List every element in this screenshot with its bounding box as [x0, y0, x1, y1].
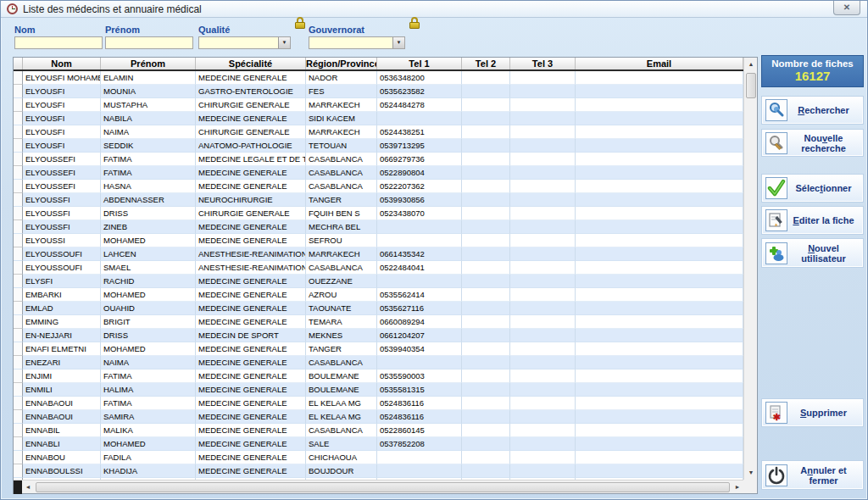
cell[interactable]: [510, 356, 576, 369]
table-row[interactable]: ELYOUSFINABILAMEDECINE GENERALESIDI KACE…: [14, 112, 743, 125]
cell[interactable]: [576, 302, 743, 315]
cell[interactable]: ENNABAOUI: [23, 397, 101, 410]
cell[interactable]: MEDECINE GENERALE: [196, 288, 306, 302]
cell[interactable]: [576, 166, 743, 180]
table-row[interactable]: ELYOUSFI MOHAMEDELAMINMEDECINE GENERALEN…: [14, 71, 743, 85]
vertical-scroll-thumb[interactable]: [746, 73, 756, 98]
table-row[interactable]: ELYOUSSOUFISMAELANESTHESIE-REANIMATIONCA…: [14, 261, 743, 275]
horizontal-scroll-thumb[interactable]: [36, 482, 730, 492]
cell[interactable]: [462, 464, 510, 478]
row-selector[interactable]: [14, 437, 23, 451]
cell[interactable]: [576, 397, 743, 410]
rechercher-button[interactable]: Rechercher: [761, 96, 864, 125]
row-selector[interactable]: [14, 288, 23, 302]
cell[interactable]: MEDECINE GENERALE: [196, 234, 306, 247]
cell[interactable]: [510, 315, 576, 329]
cell[interactable]: [576, 180, 743, 193]
cell[interactable]: GASTRO-ENTEROLOGIE: [196, 85, 306, 98]
cell[interactable]: [576, 424, 743, 437]
row-selector[interactable]: [14, 261, 23, 275]
row-selector[interactable]: [14, 424, 23, 437]
table-row[interactable]: ELYOUSSFIABDENNASSERNEUROCHIRURGIETANGER…: [14, 193, 743, 207]
cell[interactable]: [377, 220, 462, 234]
cell[interactable]: [462, 397, 510, 410]
cell[interactable]: ENMILI: [23, 383, 101, 397]
cell[interactable]: NAIMA: [101, 125, 196, 139]
cell[interactable]: FES: [306, 85, 377, 98]
cell[interactable]: EMLAD: [23, 302, 101, 315]
row-selector[interactable]: [14, 410, 23, 424]
cell[interactable]: 0537852208: [377, 437, 462, 451]
cell[interactable]: [576, 342, 743, 356]
table-row[interactable]: ELYOUSFISEDDIKANATOMO-PATHOLOGIETETOUAN0…: [14, 139, 743, 153]
cell[interactable]: 0535627116: [377, 302, 462, 315]
editer-button[interactable]: Editer la fiche: [761, 206, 864, 235]
cell[interactable]: [510, 139, 576, 153]
cell[interactable]: 0536348200: [377, 71, 462, 85]
cell[interactable]: [510, 234, 576, 247]
cell[interactable]: [462, 451, 510, 464]
row-selector[interactable]: [14, 464, 23, 478]
cell[interactable]: MEDECINE GENERALE: [196, 275, 306, 288]
table-row[interactable]: ELYOUSFIMOUNIAGASTRO-ENTEROLOGIEFES05356…: [14, 85, 743, 98]
cell[interactable]: MARRAKECH: [306, 125, 377, 139]
cell[interactable]: [462, 315, 510, 329]
cell[interactable]: ANESTHESIE-REANIMATION: [196, 261, 306, 275]
cell[interactable]: [510, 464, 576, 478]
cell[interactable]: MEDECIN DE SPORT: [196, 329, 306, 342]
cell[interactable]: TANGER: [306, 193, 377, 207]
cell[interactable]: FATIMA: [101, 369, 196, 383]
cell[interactable]: MEDECINE GENERALE: [196, 315, 306, 329]
cell[interactable]: [462, 356, 510, 369]
cell[interactable]: SMAEL: [101, 261, 196, 275]
cell[interactable]: ENNABIL: [23, 424, 101, 437]
cell[interactable]: NABILA: [101, 112, 196, 125]
cell[interactable]: EL KELAA MG: [306, 397, 377, 410]
column-header[interactable]: Spécialité: [196, 58, 306, 69]
row-selector[interactable]: [14, 451, 23, 464]
cell[interactable]: MUSTAPHA: [101, 98, 196, 112]
cell[interactable]: FATIMA: [101, 153, 196, 166]
cell[interactable]: ENAFI ELMETNI: [23, 342, 101, 356]
cell[interactable]: [510, 369, 576, 383]
cell[interactable]: [462, 220, 510, 234]
cell[interactable]: EN-NEJJARI: [23, 329, 101, 342]
cell[interactable]: ELYOUSFI: [23, 85, 101, 98]
cell[interactable]: [462, 85, 510, 98]
cell[interactable]: MEDECINE GENERALE: [196, 451, 306, 464]
cell[interactable]: FADILA: [101, 451, 196, 464]
cell[interactable]: 0522860145: [377, 424, 462, 437]
cell[interactable]: [576, 139, 743, 153]
cell[interactable]: ZINEB: [101, 220, 196, 234]
row-selector[interactable]: [14, 193, 23, 207]
cell[interactable]: MEDECINE GENERALE: [196, 437, 306, 451]
cell[interactable]: MOHAMED: [101, 437, 196, 451]
cell[interactable]: EMMING: [23, 315, 101, 329]
cell[interactable]: 0524836116: [377, 410, 462, 424]
row-selector[interactable]: [14, 125, 23, 139]
supprimer-button[interactable]: ✱Supprimer: [761, 398, 864, 427]
column-header[interactable]: Tel 2: [462, 58, 510, 69]
cell[interactable]: MEDECINE GENERALE: [196, 383, 306, 397]
cell[interactable]: MEDECINE GENERALE: [196, 302, 306, 315]
cell[interactable]: MEDECINE GENERALE: [196, 410, 306, 424]
cell[interactable]: MARRAKECH: [306, 247, 377, 261]
table-row[interactable]: ELYOUSSEFIFATIMAMEDECINE LEGALE ET DE TR…: [14, 153, 743, 166]
cell[interactable]: CASABLANCA: [306, 356, 377, 369]
cell[interactable]: BRIGIT: [101, 315, 196, 329]
table-row[interactable]: ENNABAOUIFATIMAMEDECINE GENERALEEL KELAA…: [14, 397, 743, 410]
cell[interactable]: [576, 464, 743, 478]
row-selector[interactable]: [14, 397, 23, 410]
row-selector[interactable]: [14, 98, 23, 112]
cell[interactable]: ELYOUSSFI: [23, 193, 101, 207]
cell[interactable]: SEDDIK: [101, 139, 196, 153]
cell[interactable]: ABDENNASSER: [101, 193, 196, 207]
cell[interactable]: 0524484278: [377, 98, 462, 112]
cell[interactable]: [510, 207, 576, 220]
cell[interactable]: [462, 71, 510, 85]
cell[interactable]: EMBARKI: [23, 288, 101, 302]
cell[interactable]: FATIMA: [101, 397, 196, 410]
scroll-up-icon[interactable]: ▲: [744, 58, 758, 71]
cell[interactable]: ELYOUSFI: [23, 125, 101, 139]
cell[interactable]: 0535590003: [377, 369, 462, 383]
